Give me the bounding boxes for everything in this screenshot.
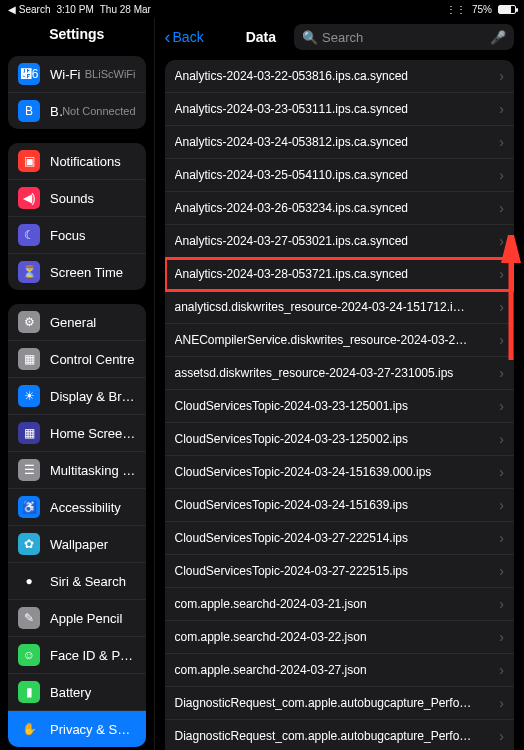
back-to-app[interactable]: ◀ Search [8, 4, 50, 15]
battery-icon: ▮ [18, 681, 40, 703]
data-row[interactable]: CloudServicesTopic-2024-03-23-125002.ips… [165, 423, 514, 456]
general-icon: ⚙ [18, 311, 40, 333]
sidebar-item-bluetooth[interactable]: BBluetoothNot Connected [8, 93, 146, 129]
privacy-security-icon: ✋ [18, 718, 40, 740]
sidebar-item-wallpaper[interactable]: ✿Wallpaper [8, 526, 146, 563]
data-filename: ANECompilerService.diskwrites_resource-2… [175, 333, 500, 347]
data-filename: CloudServicesTopic-2024-03-23-125001.ips [175, 399, 500, 413]
sidebar-item-control-centre[interactable]: ▦Control Centre [8, 341, 146, 378]
mic-icon[interactable]: 🎤 [490, 30, 506, 45]
chevron-right-icon: › [499, 497, 504, 513]
data-row[interactable]: CloudServicesTopic-2024-03-27-222514.ips… [165, 522, 514, 555]
data-row[interactable]: Analytics-2024-03-26-053234.ips.ca.synce… [165, 192, 514, 225]
chevron-right-icon: › [499, 299, 504, 315]
data-row[interactable]: CloudServicesTopic-2024-03-24-151639.000… [165, 456, 514, 489]
sidebar-item-accessibility[interactable]: ♿Accessibility [8, 489, 146, 526]
sidebar-item-general[interactable]: ⚙General [8, 304, 146, 341]
chevron-right-icon: › [499, 332, 504, 348]
data-row[interactable]: Analytics-2024-03-28-053721.ips.ca.synce… [165, 258, 514, 291]
wifi-icon: ⋮⋮ [446, 4, 466, 15]
back-button[interactable]: ‹ Back [165, 29, 204, 45]
data-filename: CloudServicesTopic-2024-03-27-222515.ips [175, 564, 500, 578]
battery-icon [498, 5, 516, 14]
detail-title: Data [246, 29, 276, 45]
back-label: Back [173, 29, 204, 45]
control-centre-icon: ▦ [18, 348, 40, 370]
sidebar-item-label: Wi-Fi [50, 67, 85, 82]
data-filename: assetsd.diskwrites_resource-2024-03-27-2… [175, 366, 500, 380]
data-filename: CloudServicesTopic-2024-03-23-125002.ips [175, 432, 500, 446]
data-row[interactable]: CloudServicesTopic-2024-03-27-222515.ips… [165, 555, 514, 588]
data-filename: analyticsd.diskwrites_resource-2024-03-2… [175, 300, 500, 314]
chevron-right-icon: › [499, 464, 504, 480]
data-filename: com.apple.searchd-2024-03-27.json [175, 663, 500, 677]
data-row[interactable]: com.apple.searchd-2024-03-21.json› [165, 588, 514, 621]
sidebar-item-apple-pencil[interactable]: ✎Apple Pencil [8, 600, 146, 637]
data-filename: com.apple.searchd-2024-03-21.json [175, 597, 500, 611]
data-row[interactable]: assetsd.diskwrites_resource-2024-03-27-2… [165, 357, 514, 390]
sidebar-item-home-screen-app-library[interactable]: ▦Home Screen & App Library [8, 415, 146, 452]
battery-pct: 75% [472, 4, 492, 15]
chevron-right-icon: › [499, 431, 504, 447]
data-filename: CloudServicesTopic-2024-03-24-151639.000… [175, 465, 500, 479]
sidebar-item-label: General [50, 315, 136, 330]
chevron-right-icon: › [499, 728, 504, 744]
status-time: 3:10 PM [56, 4, 93, 15]
page-title: Settings [8, 18, 146, 56]
search-field[interactable]: 🔍 🎤 [294, 24, 514, 50]
search-input[interactable] [322, 30, 490, 45]
data-row[interactable]: ANECompilerService.diskwrites_resource-2… [165, 324, 514, 357]
siri-search-icon: ● [18, 570, 40, 592]
display-brightness-icon: ☀ [18, 385, 40, 407]
apple-pencil-icon: ✎ [18, 607, 40, 629]
settings-sidebar: Settings ὏6Wi-FiBLiScWiFiBBluetoothNot C… [0, 18, 155, 750]
data-filename: Analytics-2024-03-27-053021.ips.ca.synce… [175, 234, 500, 248]
data-row[interactable]: com.apple.searchd-2024-03-27.json› [165, 654, 514, 687]
chevron-right-icon: › [499, 365, 504, 381]
sidebar-item-screen-time[interactable]: ⏳Screen Time [8, 254, 146, 290]
sidebar-item-detail: Not Connected [62, 105, 135, 117]
sidebar-item-battery[interactable]: ▮Battery [8, 674, 146, 711]
sidebar-item-detail: BLiScWiFi [85, 68, 136, 80]
sidebar-item-privacy-security[interactable]: ✋Privacy & Security [8, 711, 146, 747]
sidebar-item-notifications[interactable]: ▣Notifications [8, 143, 146, 180]
sidebar-item-focus[interactable]: ☾Focus [8, 217, 146, 254]
sidebar-item-label: Focus [50, 228, 136, 243]
sidebar-item-face-id-passcode[interactable]: ☺Face ID & Passcode [8, 637, 146, 674]
sidebar-item-label: Battery [50, 685, 136, 700]
sidebar-item-label: Bluetooth [50, 104, 62, 119]
data-row[interactable]: analyticsd.diskwrites_resource-2024-03-2… [165, 291, 514, 324]
status-date: Thu 28 Mar [100, 4, 151, 15]
chevron-right-icon: › [499, 398, 504, 414]
data-row[interactable]: CloudServicesTopic-2024-03-23-125001.ips… [165, 390, 514, 423]
chevron-right-icon: › [499, 596, 504, 612]
detail-pane: ‹ Back Data 🔍 🎤 Analytics-2024-03-22-053… [155, 18, 524, 750]
chevron-right-icon: › [499, 530, 504, 546]
sidebar-item-siri-search[interactable]: ●Siri & Search [8, 563, 146, 600]
data-row[interactable]: com.apple.searchd-2024-03-22.json› [165, 621, 514, 654]
data-row[interactable]: Analytics-2024-03-25-054110.ips.ca.synce… [165, 159, 514, 192]
sidebar-item-label: Face ID & Passcode [50, 648, 136, 663]
data-filename: CloudServicesTopic-2024-03-27-222514.ips [175, 531, 500, 545]
data-filename: Analytics-2024-03-22-053816.ips.ca.synce… [175, 69, 500, 83]
data-filename: Analytics-2024-03-24-053812.ips.ca.synce… [175, 135, 500, 149]
data-row[interactable]: Analytics-2024-03-27-053021.ips.ca.synce… [165, 225, 514, 258]
chevron-right-icon: › [499, 695, 504, 711]
data-row[interactable]: Analytics-2024-03-22-053816.ips.ca.synce… [165, 60, 514, 93]
sidebar-item-display-brightness[interactable]: ☀Display & Brightness [8, 378, 146, 415]
data-row[interactable]: Analytics-2024-03-24-053812.ips.ca.synce… [165, 126, 514, 159]
sidebar-item-wi-fi[interactable]: ὏6Wi-FiBLiScWiFi [8, 56, 146, 93]
data-filename: Analytics-2024-03-26-053234.ips.ca.synce… [175, 201, 500, 215]
data-row[interactable]: DiagnosticRequest_com.apple.autobugcaptu… [165, 720, 514, 750]
wallpaper-icon: ✿ [18, 533, 40, 555]
chevron-right-icon: › [499, 233, 504, 249]
sidebar-item-multitasking-gestures[interactable]: ☰Multitasking & Gestures [8, 452, 146, 489]
sidebar-item-label: Wallpaper [50, 537, 136, 552]
data-row[interactable]: DiagnosticRequest_com.apple.autobugcaptu… [165, 687, 514, 720]
sidebar-item-sounds[interactable]: ◀)Sounds [8, 180, 146, 217]
data-row[interactable]: Analytics-2024-03-23-053111.ips.ca.synce… [165, 93, 514, 126]
data-row[interactable]: CloudServicesTopic-2024-03-24-151639.ips… [165, 489, 514, 522]
search-icon: 🔍 [302, 30, 318, 45]
sidebar-item-label: Multitasking & Gestures [50, 463, 136, 478]
wi-fi-icon: ὏6 [18, 63, 40, 85]
